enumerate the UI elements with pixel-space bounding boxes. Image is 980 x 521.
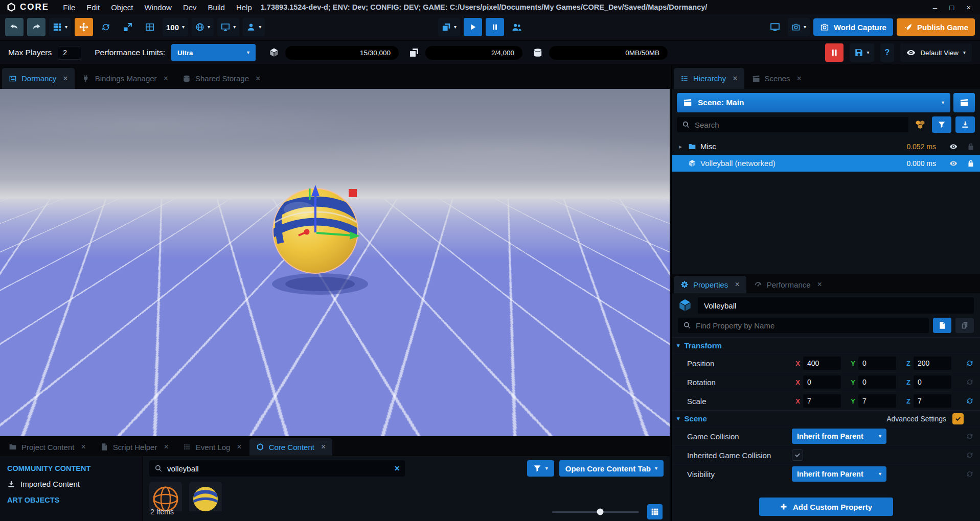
menu-file[interactable]: File: [57, 2, 81, 13]
tab-event-log[interactable]: Event Log ×: [176, 438, 248, 456]
player-view-dropdown[interactable]: ▾: [243, 18, 265, 36]
close-icon[interactable]: ×: [164, 442, 168, 452]
default-view-dropdown[interactable]: Default View▾: [900, 43, 972, 62]
templates-button[interactable]: [913, 116, 928, 133]
close-icon[interactable]: ×: [63, 74, 67, 83]
gizmo-x-axis[interactable]: [304, 229, 310, 235]
hierarchy-filter-button[interactable]: [932, 116, 951, 133]
play-button[interactable]: [464, 18, 482, 36]
scene-section-header[interactable]: ▾ Scene Advanced Settings: [672, 410, 980, 427]
reset-icon[interactable]: [966, 470, 974, 478]
tab-bindings-manager[interactable]: Bindings Manager ×: [76, 68, 175, 89]
pause-simulation-button[interactable]: [825, 43, 844, 62]
visibility-eye-icon[interactable]: [949, 143, 958, 151]
snap-size-dropdown[interactable]: 100▾: [163, 18, 188, 36]
lock-icon[interactable]: [967, 159, 975, 168]
copy-properties-button[interactable]: [933, 318, 951, 333]
grid-snap-toggle[interactable]: [141, 18, 159, 36]
slider-knob[interactable]: [597, 509, 603, 515]
manage-scenes-button[interactable]: [953, 93, 975, 112]
multiplayer-preview-dropdown[interactable]: ▾: [438, 18, 460, 36]
rotate-tool-button[interactable]: [97, 18, 115, 36]
rotation-x-input[interactable]: [803, 375, 841, 389]
lock-icon[interactable]: [967, 143, 975, 151]
inherited-game-collision-checkbox[interactable]: [792, 449, 803, 461]
collapse-all-button[interactable]: [955, 116, 975, 133]
transform-section-header[interactable]: ▾ Transform: [672, 337, 980, 353]
reset-scale-icon[interactable]: [966, 397, 974, 405]
position-z-input[interactable]: [914, 357, 951, 370]
close-icon[interactable]: ×: [797, 74, 802, 83]
reset-icon[interactable]: [966, 451, 974, 459]
close-icon[interactable]: ×: [817, 280, 822, 289]
clear-search-icon[interactable]: ×: [394, 463, 400, 474]
menu-object[interactable]: Object: [105, 2, 139, 13]
menu-edit[interactable]: Edit: [81, 2, 105, 13]
hierarchy-row-volleyball[interactable]: Volleyball (networked) 0.000 ms: [672, 155, 980, 172]
find-property-input[interactable]: [696, 321, 924, 330]
save-dropdown[interactable]: ▾: [850, 43, 874, 62]
close-icon[interactable]: ×: [81, 442, 85, 452]
close-button[interactable]: ×: [966, 3, 971, 12]
expand-icon[interactable]: ▸: [677, 143, 684, 150]
menu-dev[interactable]: Dev: [177, 2, 202, 13]
close-icon[interactable]: ×: [735, 280, 739, 289]
3d-viewport[interactable]: [0, 89, 670, 436]
redo-button[interactable]: [27, 18, 45, 36]
visibility-dropdown[interactable]: Inherit from Parent▾: [792, 466, 886, 482]
help-button[interactable]: ?: [880, 43, 895, 62]
content-filter-button[interactable]: ▾: [527, 460, 554, 477]
hierarchy-row-misc[interactable]: ▸ Misc 0.052 ms: [672, 138, 980, 155]
paste-properties-button[interactable]: [955, 318, 974, 333]
game-collision-dropdown[interactable]: Inherit from Parent▾: [792, 429, 886, 444]
world-capture-button[interactable]: World Capture: [813, 18, 893, 36]
world-space-dropdown[interactable]: ▾: [192, 18, 214, 36]
tab-scenes[interactable]: Scenes ×: [745, 68, 808, 89]
maximize-button[interactable]: □: [949, 3, 954, 12]
move-tool-button[interactable]: [75, 18, 93, 36]
content-search-box[interactable]: ×: [149, 460, 405, 477]
max-players-input[interactable]: [58, 46, 81, 60]
gizmo-plane-handle[interactable]: [349, 189, 357, 197]
position-x-input[interactable]: [803, 357, 841, 370]
thumbnail-size-slider[interactable]: [552, 511, 639, 513]
scale-tool-button[interactable]: [119, 18, 137, 36]
minimize-button[interactable]: –: [933, 3, 937, 12]
tab-performance[interactable]: Performance ×: [747, 276, 829, 293]
menu-help[interactable]: Help: [231, 2, 258, 13]
close-icon[interactable]: ×: [321, 442, 326, 452]
screenshot-mode-button[interactable]: [766, 18, 784, 36]
rotation-z-input[interactable]: [914, 375, 951, 389]
selection-mode-dropdown[interactable]: ▾: [49, 18, 71, 36]
open-core-content-tab-button[interactable]: Open Core Content Tab▾: [559, 460, 664, 477]
close-icon[interactable]: ×: [733, 74, 737, 83]
close-icon[interactable]: ×: [256, 74, 260, 83]
sidebar-community-content[interactable]: COMMUNITY CONTENT: [0, 460, 142, 476]
tab-script-helper[interactable]: Script Helper ×: [94, 438, 175, 456]
sidebar-imported-content[interactable]: Imported Content: [0, 476, 142, 492]
position-y-input[interactable]: [858, 357, 896, 370]
tab-core-content[interactable]: Core Content ×: [249, 438, 333, 456]
sidebar-art-objects[interactable]: ART OBJECTS: [0, 492, 142, 508]
scale-x-input[interactable]: [803, 394, 841, 408]
tab-shared-storage[interactable]: Shared Storage ×: [176, 68, 267, 89]
hierarchy-search-input[interactable]: [695, 121, 903, 129]
scene-selector-dropdown[interactable]: Scene: Main ▾: [677, 93, 950, 112]
reset-rotation-icon[interactable]: [966, 378, 974, 386]
object-name-input[interactable]: [698, 297, 974, 314]
tab-project-content[interactable]: Project Content ×: [2, 438, 93, 456]
grid-view-button[interactable]: [647, 504, 663, 519]
tab-hierarchy[interactable]: Hierarchy ×: [674, 68, 744, 89]
capture-dropdown[interactable]: ▾: [788, 18, 810, 36]
hierarchy-search-box[interactable]: [677, 117, 908, 132]
close-icon[interactable]: ×: [164, 74, 168, 83]
find-property-box[interactable]: [678, 318, 929, 333]
menu-build[interactable]: Build: [202, 2, 231, 13]
advanced-settings-checkbox[interactable]: [952, 413, 964, 424]
multiplayer-test-button[interactable]: [508, 18, 526, 36]
close-icon[interactable]: ×: [237, 442, 241, 452]
add-custom-property-button[interactable]: Add Custom Property: [759, 498, 893, 516]
reset-icon[interactable]: [966, 432, 974, 440]
rotation-y-input[interactable]: [858, 375, 896, 389]
screen-mode-dropdown[interactable]: ▾: [217, 18, 239, 36]
